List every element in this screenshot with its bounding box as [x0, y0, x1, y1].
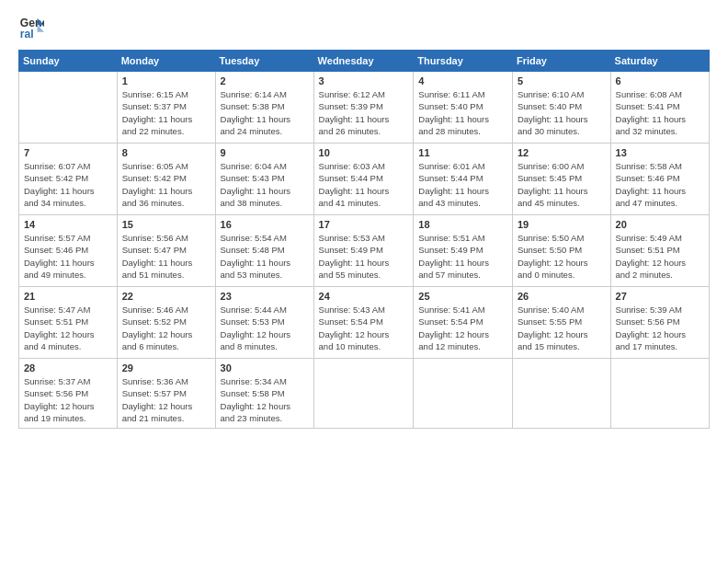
day-info: Sunrise: 5:37 AM Sunset: 5:56 PM Dayligh… — [24, 375, 112, 424]
day-number: 20 — [616, 219, 704, 230]
day-info: Sunrise: 6:10 AM Sunset: 5:40 PM Dayligh… — [518, 88, 606, 137]
day-number: 15 — [122, 219, 210, 230]
calendar-cell: 28Sunrise: 5:37 AM Sunset: 5:56 PM Dayli… — [19, 359, 118, 429]
calendar-cell: 22Sunrise: 5:46 AM Sunset: 5:52 PM Dayli… — [117, 287, 215, 359]
day-info: Sunrise: 5:50 AM Sunset: 5:50 PM Dayligh… — [518, 232, 606, 281]
weekday-header: Monday — [117, 51, 215, 72]
weekday-header: Saturday — [610, 51, 709, 72]
day-info: Sunrise: 6:03 AM Sunset: 5:44 PM Dayligh… — [319, 160, 409, 209]
page: Gene ral SundayMondayTuesdayWednesdayThu… — [0, 0, 728, 563]
day-info: Sunrise: 5:58 AM Sunset: 5:46 PM Dayligh… — [616, 160, 704, 209]
day-number: 26 — [518, 291, 606, 302]
day-info: Sunrise: 5:39 AM Sunset: 5:56 PM Dayligh… — [616, 304, 704, 352]
day-info: Sunrise: 5:34 AM Sunset: 5:58 PM Dayligh… — [221, 375, 309, 424]
calendar-cell: 20Sunrise: 5:49 AM Sunset: 5:51 PM Dayli… — [610, 215, 709, 287]
day-info: Sunrise: 6:11 AM Sunset: 5:40 PM Dayligh… — [418, 88, 507, 137]
calendar-cell: 26Sunrise: 5:40 AM Sunset: 5:55 PM Dayli… — [512, 287, 610, 359]
day-info: Sunrise: 5:56 AM Sunset: 5:47 PM Dayligh… — [122, 232, 210, 281]
day-number: 27 — [616, 291, 704, 302]
calendar-cell: 24Sunrise: 5:43 AM Sunset: 5:54 PM Dayli… — [313, 287, 414, 359]
day-info: Sunrise: 5:46 AM Sunset: 5:52 PM Dayligh… — [122, 304, 210, 352]
logo: Gene ral — [18, 15, 48, 40]
day-info: Sunrise: 5:49 AM Sunset: 5:51 PM Dayligh… — [616, 232, 704, 281]
day-number: 10 — [319, 147, 409, 158]
calendar-cell: 29Sunrise: 5:36 AM Sunset: 5:57 PM Dayli… — [117, 359, 215, 429]
day-info: Sunrise: 6:07 AM Sunset: 5:42 PM Dayligh… — [24, 160, 112, 209]
day-info: Sunrise: 6:05 AM Sunset: 5:42 PM Dayligh… — [122, 160, 210, 209]
day-number: 4 — [418, 75, 507, 86]
day-number: 19 — [518, 219, 606, 230]
calendar-header-row: SundayMondayTuesdayWednesdayThursdayFrid… — [19, 51, 710, 72]
weekday-header: Thursday — [414, 51, 513, 72]
calendar-cell — [512, 359, 610, 429]
day-info: Sunrise: 5:36 AM Sunset: 5:57 PM Dayligh… — [122, 375, 210, 424]
calendar-cell: 4Sunrise: 6:11 AM Sunset: 5:40 PM Daylig… — [414, 72, 513, 144]
day-number: 7 — [24, 147, 112, 158]
day-info: Sunrise: 5:54 AM Sunset: 5:48 PM Dayligh… — [221, 232, 309, 281]
day-number: 13 — [616, 147, 704, 158]
day-number: 2 — [221, 75, 309, 86]
day-number: 25 — [418, 291, 507, 302]
day-info: Sunrise: 6:00 AM Sunset: 5:45 PM Dayligh… — [518, 160, 606, 209]
calendar-cell — [313, 359, 414, 429]
day-number: 29 — [122, 362, 210, 373]
calendar-table: SundayMondayTuesdayWednesdayThursdayFrid… — [18, 50, 710, 429]
calendar-cell: 17Sunrise: 5:53 AM Sunset: 5:49 PM Dayli… — [313, 215, 414, 287]
calendar-cell: 21Sunrise: 5:47 AM Sunset: 5:51 PM Dayli… — [19, 287, 118, 359]
calendar-cell: 23Sunrise: 5:44 AM Sunset: 5:53 PM Dayli… — [215, 287, 313, 359]
calendar-week-row: 21Sunrise: 5:47 AM Sunset: 5:51 PM Dayli… — [19, 287, 710, 359]
weekday-header: Sunday — [19, 51, 118, 72]
calendar-cell — [610, 359, 709, 429]
day-number: 11 — [418, 147, 507, 158]
day-info: Sunrise: 5:51 AM Sunset: 5:49 PM Dayligh… — [418, 232, 507, 281]
day-info: Sunrise: 6:01 AM Sunset: 5:44 PM Dayligh… — [418, 160, 507, 209]
calendar-cell: 15Sunrise: 5:56 AM Sunset: 5:47 PM Dayli… — [117, 215, 215, 287]
calendar-cell: 12Sunrise: 6:00 AM Sunset: 5:45 PM Dayli… — [512, 144, 610, 215]
calendar-cell: 25Sunrise: 5:41 AM Sunset: 5:54 PM Dayli… — [414, 287, 513, 359]
day-number: 14 — [24, 219, 112, 230]
calendar-cell: 27Sunrise: 5:39 AM Sunset: 5:56 PM Dayli… — [610, 287, 709, 359]
day-info: Sunrise: 6:08 AM Sunset: 5:41 PM Dayligh… — [616, 88, 704, 137]
calendar-cell: 1Sunrise: 6:15 AM Sunset: 5:37 PM Daylig… — [117, 72, 215, 144]
day-info: Sunrise: 5:53 AM Sunset: 5:49 PM Dayligh… — [319, 232, 409, 281]
weekday-header: Tuesday — [215, 51, 313, 72]
calendar-cell: 7Sunrise: 6:07 AM Sunset: 5:42 PM Daylig… — [19, 144, 118, 215]
calendar-cell: 14Sunrise: 5:57 AM Sunset: 5:46 PM Dayli… — [19, 215, 118, 287]
day-number: 17 — [319, 219, 409, 230]
weekday-header: Wednesday — [313, 51, 414, 72]
day-number: 12 — [518, 147, 606, 158]
day-number: 6 — [616, 75, 704, 86]
day-number: 5 — [518, 75, 606, 86]
day-number: 3 — [319, 75, 409, 86]
svg-text:ral: ral — [20, 28, 34, 40]
calendar-cell: 6Sunrise: 6:08 AM Sunset: 5:41 PM Daylig… — [610, 72, 709, 144]
calendar-cell: 30Sunrise: 5:34 AM Sunset: 5:58 PM Dayli… — [215, 359, 313, 429]
header: Gene ral — [18, 15, 710, 40]
calendar-week-row: 1Sunrise: 6:15 AM Sunset: 5:37 PM Daylig… — [19, 72, 710, 144]
day-info: Sunrise: 5:57 AM Sunset: 5:46 PM Dayligh… — [24, 232, 112, 281]
day-number: 1 — [122, 75, 210, 86]
calendar-week-row: 28Sunrise: 5:37 AM Sunset: 5:56 PM Dayli… — [19, 359, 710, 429]
calendar-cell: 9Sunrise: 6:04 AM Sunset: 5:43 PM Daylig… — [215, 144, 313, 215]
day-info: Sunrise: 5:40 AM Sunset: 5:55 PM Dayligh… — [518, 304, 606, 352]
calendar-cell: 8Sunrise: 6:05 AM Sunset: 5:42 PM Daylig… — [117, 144, 215, 215]
day-info: Sunrise: 6:04 AM Sunset: 5:43 PM Dayligh… — [221, 160, 309, 209]
day-number: 16 — [221, 219, 309, 230]
day-number: 9 — [221, 147, 309, 158]
day-number: 8 — [122, 147, 210, 158]
calendar-cell: 2Sunrise: 6:14 AM Sunset: 5:38 PM Daylig… — [215, 72, 313, 144]
calendar-week-row: 14Sunrise: 5:57 AM Sunset: 5:46 PM Dayli… — [19, 215, 710, 287]
day-info: Sunrise: 5:41 AM Sunset: 5:54 PM Dayligh… — [418, 304, 507, 352]
calendar-cell: 13Sunrise: 5:58 AM Sunset: 5:46 PM Dayli… — [610, 144, 709, 215]
calendar-cell: 19Sunrise: 5:50 AM Sunset: 5:50 PM Dayli… — [512, 215, 610, 287]
day-number: 23 — [221, 291, 309, 302]
calendar-cell: 16Sunrise: 5:54 AM Sunset: 5:48 PM Dayli… — [215, 215, 313, 287]
day-number: 24 — [319, 291, 409, 302]
calendar-cell — [19, 72, 118, 144]
day-info: Sunrise: 6:15 AM Sunset: 5:37 PM Dayligh… — [122, 88, 210, 137]
day-number: 30 — [221, 362, 309, 373]
day-info: Sunrise: 6:14 AM Sunset: 5:38 PM Dayligh… — [221, 88, 309, 137]
day-number: 22 — [122, 291, 210, 302]
logo-icon: Gene ral — [18, 15, 44, 40]
weekday-header: Friday — [512, 51, 610, 72]
